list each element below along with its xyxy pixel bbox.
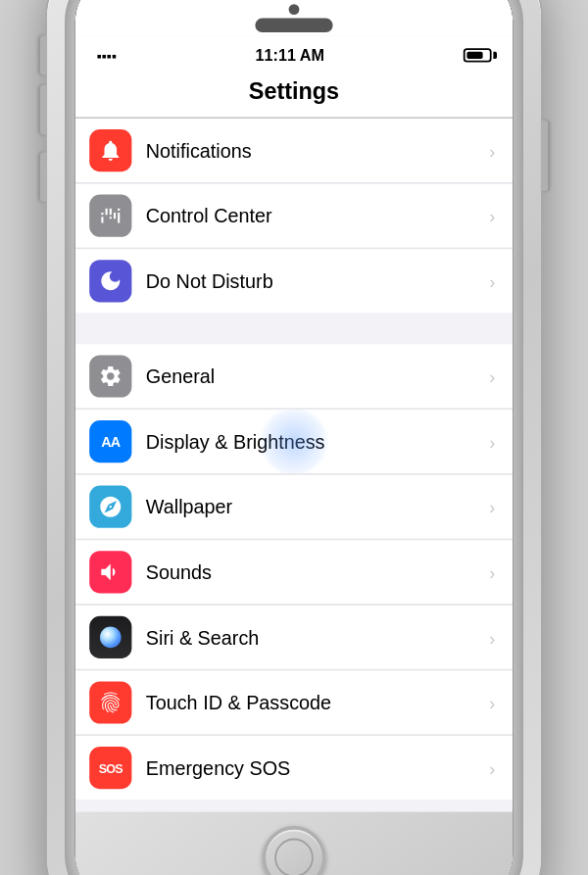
- home-button-area: [75, 811, 513, 875]
- volume-up-button[interactable]: [40, 85, 47, 134]
- notifications-bell-icon: [98, 138, 122, 163]
- control-center-icon: [89, 194, 131, 236]
- screen: ▪▪▪▪ 11:11 AM Settings: [75, 0, 513, 875]
- wallpaper-flower-icon: [98, 494, 122, 518]
- display-brightness-icon: AA: [89, 420, 131, 462]
- page-title: Settings: [249, 77, 339, 104]
- dnd-chevron: ›: [489, 270, 495, 290]
- settings-list: Notifications › Control Center: [75, 119, 513, 875]
- siri-search-label: Siri & Search: [146, 626, 482, 648]
- sounds-volume-icon: [98, 559, 122, 584]
- volume-down-button[interactable]: [40, 152, 47, 201]
- settings-section-1: Notifications › Control Center: [75, 119, 513, 313]
- display-brightness-chevron: ›: [489, 431, 495, 451]
- home-button-ring: [274, 838, 314, 875]
- settings-row-general[interactable]: General ›: [75, 344, 513, 410]
- siri-orb: [100, 626, 122, 648]
- signal-indicator: ▪▪▪▪: [96, 47, 116, 63]
- dnd-label: Do Not Disturb: [146, 270, 482, 292]
- settings-row-wallpaper[interactable]: Wallpaper ›: [75, 474, 513, 540]
- signal-bars: ▪▪▪▪: [96, 47, 116, 63]
- general-label: General: [146, 365, 482, 387]
- navigation-bar: Settings: [75, 68, 513, 119]
- sounds-icon: [89, 551, 131, 593]
- notifications-icon: [89, 129, 131, 171]
- touchid-passcode-label: Touch ID & Passcode: [146, 692, 482, 713]
- sos-icon: SOS: [89, 747, 131, 789]
- settings-row-touchid-passcode[interactable]: Touch ID & Passcode ›: [75, 670, 513, 736]
- settings-row-siri-search[interactable]: Siri & Search ›: [75, 606, 513, 671]
- speaker: [255, 18, 332, 31]
- control-center-sliders-icon: [98, 203, 122, 227]
- siri-icon: [89, 615, 131, 657]
- settings-row-emergency-sos[interactable]: SOS Emergency SOS ›: [75, 736, 513, 800]
- settings-section-2: General › AA Display & Brightness ›: [75, 344, 513, 799]
- battery-icon: [464, 48, 492, 62]
- battery-indicator: [464, 48, 492, 62]
- general-chevron: ›: [489, 366, 495, 386]
- status-bar: ▪▪▪▪ 11:11 AM: [75, 35, 513, 67]
- wallpaper-icon: [89, 485, 131, 527]
- power-button[interactable]: [541, 121, 548, 191]
- settings-row-dnd[interactable]: Do Not Disturb ›: [75, 249, 513, 313]
- home-button[interactable]: [263, 826, 326, 876]
- dnd-icon: [89, 260, 131, 302]
- status-time: 11:11 AM: [256, 46, 325, 64]
- notifications-label: Notifications: [146, 139, 482, 161]
- wallpaper-label: Wallpaper: [146, 496, 482, 517]
- screen-container: ▪▪▪▪ 11:11 AM Settings: [75, 0, 513, 875]
- display-aa-text: AA: [101, 433, 120, 449]
- dnd-moon-icon: [98, 268, 122, 293]
- sounds-chevron: ›: [489, 561, 495, 581]
- settings-row-display-brightness[interactable]: AA Display & Brightness ›: [75, 410, 513, 475]
- settings-row-control-center[interactable]: Control Center ›: [75, 183, 513, 249]
- general-gear-icon: [98, 364, 122, 388]
- control-center-label: Control Center: [146, 205, 482, 226]
- camera: [289, 4, 300, 15]
- general-icon: [89, 355, 131, 397]
- display-brightness-label: Display & Brightness: [146, 430, 482, 452]
- touchid-icon: [89, 681, 131, 723]
- wallpaper-chevron: ›: [489, 497, 495, 516]
- settings-row-sounds[interactable]: Sounds ›: [75, 540, 513, 606]
- touchid-fingerprint-icon: [98, 690, 122, 714]
- phone-body: ▪▪▪▪ 11:11 AM Settings: [47, 0, 541, 875]
- control-center-chevron: ›: [489, 206, 495, 225]
- battery-fill: [466, 51, 482, 58]
- sounds-label: Sounds: [146, 561, 482, 583]
- touchid-passcode-chevron: ›: [489, 693, 495, 712]
- emergency-sos-chevron: ›: [489, 757, 495, 777]
- settings-row-notifications[interactable]: Notifications ›: [75, 119, 513, 184]
- notifications-chevron: ›: [489, 140, 495, 160]
- siri-search-chevron: ›: [489, 627, 495, 647]
- emergency-sos-label: Emergency SOS: [146, 756, 482, 778]
- phone-bezel: ▪▪▪▪ 11:11 AM Settings: [65, 0, 523, 875]
- sos-text-label: SOS: [99, 761, 122, 774]
- mute-button[interactable]: [40, 35, 47, 74]
